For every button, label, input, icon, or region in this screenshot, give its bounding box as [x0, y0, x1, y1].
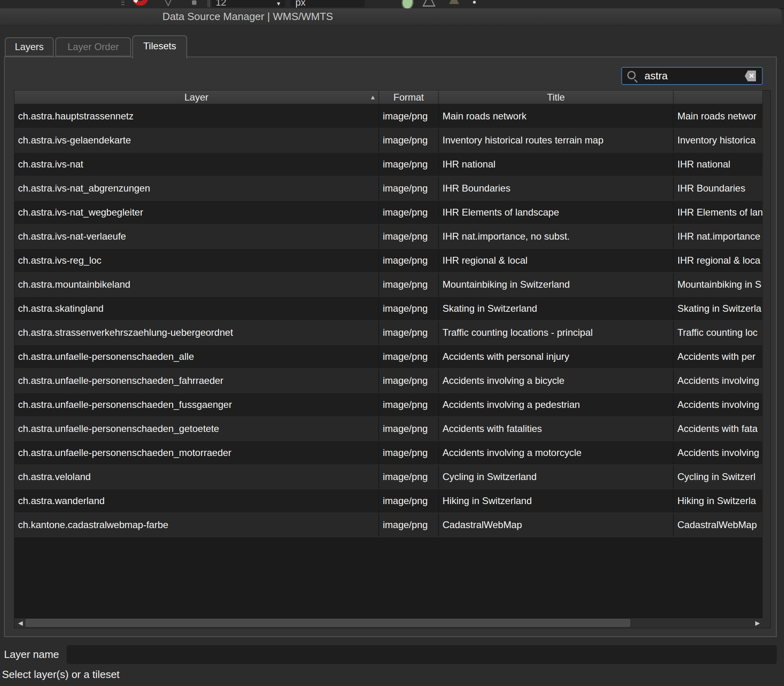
cell-format: image/png [379, 321, 439, 344]
cell-format: image/png [379, 393, 439, 416]
table-row[interactable]: ch.astra.unfaelle-personenschaeden_fahrr… [14, 369, 763, 393]
table-row[interactable]: ch.astra.unfaelle-personenschaeden_motor… [14, 441, 763, 465]
scroll-left-icon[interactable]: ◀ [15, 618, 26, 628]
header-title[interactable]: Title [439, 91, 674, 104]
stroke-width-value: 12 [216, 0, 226, 8]
spinbox-dropdown-icon[interactable]: ▼ [276, 0, 281, 7]
cell-format: image/png [379, 417, 439, 440]
table-row[interactable]: ch.kantone.cadastralwebmap-farbeimage/pn… [14, 513, 763, 537]
cell-title: IHR Boundaries [439, 177, 674, 200]
data-source-manager-window: ▽ 12 ▼ px △ ▲ Data Source Manager | WMS/… [0, 0, 784, 686]
cell-abstract: Skating in Switzerla [674, 297, 763, 320]
tab-layers[interactable]: Layers [5, 37, 54, 56]
cell-title: Inventory historical routes terrain map [439, 129, 674, 152]
cell-abstract: Accidents involving [674, 441, 763, 464]
triangle-filled-icon[interactable]: ▲ [446, 0, 463, 8]
cell-format: image/png [379, 297, 439, 320]
cell-abstract: IHR regional & loca [674, 249, 763, 272]
cell-layer: ch.astra.wanderland [14, 489, 379, 512]
cell-layer: ch.astra.ivs-nat [14, 153, 379, 176]
cell-abstract: Accidents involving [674, 369, 763, 392]
table-row[interactable]: ch.astra.ivs-nat_wegbegleiterimage/pngIH… [14, 201, 763, 225]
tab-layer-order[interactable]: Layer Order [55, 37, 131, 56]
cell-title: Main roads network [439, 105, 674, 128]
unit-value: px [295, 0, 305, 8]
cell-layer: ch.astra.ivs-gelaendekarte [14, 129, 379, 152]
cell-layer: ch.astra.unfaelle-personenschaeden_fahrr… [14, 369, 379, 392]
table-row[interactable]: ch.astra.unfaelle-personenschaeden_getoe… [14, 417, 763, 441]
cell-abstract: Cycling in Switzerl [674, 465, 763, 488]
table-row[interactable]: ch.astra.ivs-gelaendekarteimage/pngInven… [14, 129, 763, 153]
cell-title: Mountainbiking in Switzerland [439, 273, 674, 296]
status-text: Select layer(s) or a tileset [2, 668, 119, 681]
dialog-title: Data Source Manager | WMS/WMTS [0, 8, 495, 25]
table-row[interactable]: ch.astra.velolandimage/pngCycling in Swi… [14, 465, 763, 489]
cell-abstract: IHR nat.importance [674, 225, 763, 248]
clear-x-glyph: ✕ [746, 72, 754, 80]
vertex-dot-icon [473, 1, 476, 4]
table-row[interactable]: ch.astra.strassenverkehrszaehlung-ueberg… [14, 321, 763, 345]
cell-format: image/png [379, 465, 439, 488]
cell-format: image/png [379, 345, 439, 368]
sort-ascending-icon: ▲ [370, 91, 376, 104]
table-row[interactable]: ch.astra.wanderlandimage/pngHiking in Sw… [14, 489, 763, 513]
cell-title: Accidents involving a motorcycle [439, 441, 674, 464]
cell-layer: ch.astra.ivs-nat-verlaeufe [14, 225, 379, 248]
dialog-titlebar: Data Source Manager | WMS/WMTS [0, 8, 782, 25]
cell-layer: ch.kantone.cadastralwebmap-farbe [14, 513, 379, 537]
header-format[interactable]: Format [379, 91, 439, 104]
cell-abstract: Accidents involving [674, 393, 763, 416]
search-input[interactable] [621, 67, 763, 85]
cell-layer: ch.astra.unfaelle-personenschaeden_getoe… [14, 417, 379, 440]
cell-abstract: Accidents with fata [674, 417, 763, 440]
tilesets-table: Layer ▲ Format Title ch.astra.hauptstras… [14, 90, 771, 628]
cell-abstract: Traffic counting loc [674, 321, 763, 344]
polygon-tool-icon[interactable] [400, 0, 415, 9]
table-row[interactable]: ch.astra.ivs-natimage/pngIHR nationalIHR… [14, 153, 763, 177]
cell-abstract: Main roads networ [674, 105, 763, 128]
cell-abstract: IHR Elements of lan [674, 201, 763, 224]
cell-format: image/png [379, 105, 439, 128]
cell-abstract: CadastralWebMap [674, 513, 763, 537]
toolbar-drag-handle-icon[interactable] [121, 0, 128, 7]
cell-format: image/png [379, 129, 439, 152]
cell-title: Accidents with personal injury [439, 345, 674, 368]
table-row[interactable]: ch.astra.ivs-nat_abgrenzungenimage/pngIH… [14, 177, 763, 201]
table-row[interactable]: ch.astra.unfaelle-personenschaeden_allei… [14, 345, 763, 369]
square-tool-icon[interactable] [192, 0, 196, 5]
cell-format: image/png [379, 249, 439, 272]
cell-title: Accidents involving a bicycle [439, 369, 674, 392]
table-row[interactable]: ch.astra.ivs-reg_locimage/pngIHR regiona… [14, 249, 763, 273]
horizontal-scrollbar[interactable]: ◀ ▶ [14, 618, 763, 628]
table-row[interactable]: ch.astra.hauptstrassennetzimage/pngMain … [14, 105, 763, 129]
layer-name-input[interactable] [67, 645, 777, 664]
triangle-outline-icon[interactable]: △ [422, 0, 435, 8]
cell-title: IHR national [439, 153, 674, 176]
tab-tilesets[interactable]: Tilesets [132, 35, 187, 59]
horizontal-scrollbar-thumb[interactable] [26, 619, 630, 627]
header-layer[interactable]: Layer ▲ [14, 91, 379, 104]
filter-funnel-icon[interactable]: ▽ [164, 0, 173, 8]
cell-format: image/png [379, 489, 439, 512]
cell-title: Accidents with fatalities [439, 417, 674, 440]
search-value: astra [645, 67, 668, 85]
table-header: Layer ▲ Format Title [14, 91, 763, 105]
scroll-right-icon[interactable]: ▶ [752, 618, 763, 628]
cell-abstract: Mountainbiking in S [674, 273, 763, 296]
table-row[interactable]: ch.astra.unfaelle-personenschaeden_fussg… [14, 393, 763, 417]
table-row[interactable]: ch.astra.ivs-nat-verlaeufeimage/pngIHR n… [14, 225, 763, 249]
table-row[interactable]: ch.astra.mountainbikelandimage/pngMounta… [14, 273, 763, 297]
cell-title: Hiking in Switzerland [439, 489, 674, 512]
cell-format: image/png [379, 369, 439, 392]
layer-name-label: Layer name [4, 645, 59, 664]
cell-layer: ch.astra.unfaelle-personenschaeden_motor… [14, 441, 379, 464]
cell-format: image/png [379, 273, 439, 296]
cell-title: CadastralWebMap [439, 513, 674, 537]
header-abstract[interactable] [674, 91, 763, 104]
table-row[interactable]: ch.astra.skatinglandimage/pngSkating in … [14, 297, 763, 321]
cell-title: IHR Elements of landscape [439, 201, 674, 224]
vertical-scrollbar-gutter[interactable] [762, 91, 770, 628]
cell-layer: ch.astra.strassenverkehrszaehlung-ueberg… [14, 321, 379, 344]
cell-layer: ch.astra.veloland [14, 465, 379, 488]
cell-format: image/png [379, 201, 439, 224]
